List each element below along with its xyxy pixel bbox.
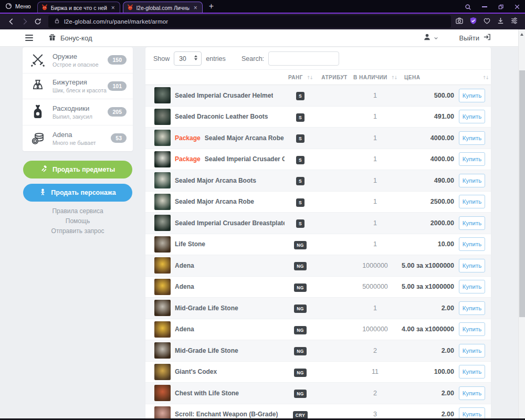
sell-items-button[interactable]: Продать предметы [23, 161, 132, 178]
scrollbar-thumb[interactable] [519, 70, 525, 317]
page-size-select[interactable]: 30 [174, 51, 202, 66]
header-attribute[interactable]: АТРИБУТ [316, 70, 353, 85]
sidebar-links: Правила сервиса Помощь Отправить запрос [23, 206, 133, 236]
address-bar[interactable]: l2e-global.com/ru/panel/market/armor [48, 15, 451, 28]
new-tab-button[interactable]: + [209, 2, 214, 11]
buy-button[interactable]: Купить [459, 259, 485, 272]
buy-button[interactable]: Купить [459, 344, 485, 358]
search-input[interactable] [268, 51, 339, 66]
page-content: Бонус-код Выйти [0, 29, 518, 418]
tab-close-icon[interactable]: × [110, 5, 116, 11]
search-tabs-icon[interactable] [460, 1, 476, 13]
header-stock[interactable]: В НАЛИЧИИ↑↓ [353, 70, 397, 85]
rank-badge: NG [294, 241, 306, 249]
send-request-link[interactable]: Отправить запрос [23, 226, 133, 236]
sidebar-item-weapons[interactable]: Оружие Острое и опасное 150 [23, 47, 133, 74]
package-label: Package [175, 155, 201, 163]
browser-menu-button[interactable]: Меню [0, 3, 37, 12]
tab-l2e-global[interactable]: l2e-global.com Личный ка × [123, 2, 203, 13]
attribute-cell [316, 170, 353, 192]
buy-button[interactable]: Купить [459, 152, 485, 166]
buy-button[interactable]: Купить [459, 195, 485, 208]
attribute-cell [316, 404, 353, 418]
buy-button[interactable]: Купить [459, 322, 485, 336]
screenshot-camera-icon[interactable] [455, 17, 464, 27]
buy-button[interactable]: Купить [459, 89, 485, 102]
coins-icon [28, 130, 47, 146]
buy-button[interactable]: Купить [459, 407, 485, 418]
downloads-icon[interactable] [497, 17, 505, 27]
stock-value: 2 [353, 383, 397, 404]
table-row: Sealed Imperial Crusader Helmet S 1 500.… [145, 85, 491, 107]
scroll-up-icon[interactable] [520, 33, 523, 36]
bookmark-heart-icon[interactable] [483, 17, 491, 27]
item-name: Adena [175, 262, 194, 269]
item-name: Scroll: Enchant Weapon (B-Grade) [175, 411, 278, 418]
category-sidebar: Оружие Острое и опасное 150 Бижутерия Ши… [23, 47, 133, 151]
person-icon [39, 188, 46, 197]
close-window-button[interactable] [509, 1, 525, 13]
tab-exchange[interactable]: Биржа и все что с ней свя × [37, 2, 120, 13]
price-value: 2.00 [397, 340, 455, 362]
search-label: Search: [242, 55, 264, 62]
back-button[interactable] [5, 18, 18, 25]
forward-button[interactable] [18, 18, 31, 25]
category-count-badge: 150 [108, 55, 127, 65]
rank-badge: NG [294, 326, 306, 334]
stock-value: 1000000 [353, 319, 397, 340]
table-row: Mid-Grade Life Stone NG 1 2.00 Купить [145, 298, 491, 319]
table-row: Adena NG 1000000 5.00 за x1000000 Купить [145, 255, 491, 277]
item-name: Giant's Codex [175, 368, 217, 375]
buy-button[interactable]: Купить [459, 237, 485, 251]
category-subtitle: Много не бывает [52, 140, 96, 146]
item-name: Sealed Imperial Crusader Breastplate [175, 219, 285, 227]
sort-icon: ↑↓ [307, 75, 312, 80]
buy-button[interactable]: Купить [459, 301, 485, 315]
attribute-cell [316, 234, 353, 255]
help-link[interactable]: Помощь [23, 216, 133, 226]
user-menu-button[interactable] [423, 33, 438, 43]
buy-button[interactable]: Купить [459, 216, 485, 230]
buy-button[interactable]: Купить [459, 280, 485, 293]
package-label: Package [175, 134, 201, 142]
minimize-button[interactable] [476, 1, 492, 13]
toolbar-extensions [455, 17, 520, 27]
buy-button[interactable]: Купить [459, 174, 485, 187]
rank-badge: S [296, 134, 304, 143]
restore-window-button[interactable] [492, 1, 509, 13]
reload-button[interactable] [31, 18, 44, 25]
item-name: Sealed Major Arcana Robe [175, 198, 254, 205]
attribute-cell [316, 383, 353, 404]
buy-button[interactable]: Купить [459, 365, 485, 379]
sidebar-item-jewelry[interactable]: Бижутерия Шик, блеск и красота 101 [23, 74, 133, 100]
logout-icon [483, 33, 491, 43]
buy-button[interactable]: Купить [459, 131, 485, 145]
tab-close-icon[interactable]: × [193, 5, 198, 11]
settings-sliders-icon[interactable] [510, 17, 518, 27]
select-spinner-icon [194, 55, 197, 60]
hamburger-menu-icon[interactable] [25, 35, 33, 41]
sell-character-button[interactable]: Продать персонажа [23, 184, 132, 202]
header-rank[interactable]: РАНГ↑↓ [285, 70, 316, 85]
page-scrollbar[interactable] [518, 29, 525, 418]
attribute-cell [316, 128, 353, 149]
sidebar-item-adena[interactable]: Adena Много не бывает 53 [23, 125, 133, 152]
logout-label: Выйти [459, 34, 480, 42]
item-name: Mid-Grade Life Stone [175, 304, 238, 312]
header-buy[interactable]: ↑↓ [455, 70, 491, 85]
buy-button[interactable]: Купить [459, 110, 485, 123]
sidebar-item-consumables[interactable]: Расходники Выпил, закусил 205 [23, 99, 133, 125]
rank-badge: NG [294, 284, 306, 292]
bonus-code-button[interactable]: Бонус-код [48, 33, 92, 43]
logout-button[interactable]: Выйти [459, 33, 491, 43]
service-rules-link[interactable]: Правила сервиса [23, 206, 133, 216]
browser-window: Меню Биржа и все что с ней свя × l2e-glo… [0, 0, 525, 420]
price-value: 2000.00 [397, 213, 455, 234]
show-label: Show [153, 55, 170, 62]
item-icon [154, 342, 171, 359]
buy-button[interactable]: Купить [459, 386, 485, 400]
header-price[interactable]: ЦЕНА [397, 70, 455, 85]
price-value: 2.00 [397, 383, 455, 404]
shield-extension-icon[interactable] [469, 17, 477, 27]
table-row: Sealed Major Arcana Robe S 1 2500.00 Куп… [145, 191, 491, 213]
